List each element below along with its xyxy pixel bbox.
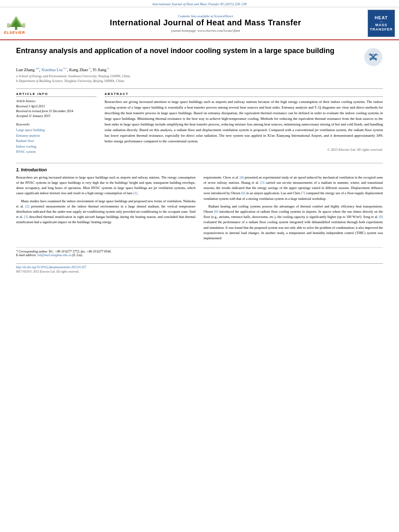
history-block: Article history: Received 3 April 2013 R…	[16, 99, 97, 119]
footnote-star: * Corresponding author. Tel.: +86 10 627…	[16, 250, 383, 253]
logo-mass: MASS	[375, 23, 387, 27]
divider-top	[16, 88, 383, 89]
affiliations: a School of Energy and Environment, Sout…	[16, 74, 383, 84]
ref-6a: [6]	[241, 191, 245, 195]
authors-line: Lun Zhang a,b, Xiaohua Liu b,*, Kang Zha…	[16, 67, 383, 72]
body-two-col: Researchers are giving increased attenti…	[16, 175, 383, 243]
received-date: Received 3 April 2013	[16, 104, 97, 109]
keywords-label: Keywords:	[16, 123, 97, 126]
ref-8: [8]	[379, 215, 383, 219]
author-lun-zhang-sup: a,b	[36, 67, 39, 70]
svg-rect-5	[22, 23, 25, 27]
ref-1: [1]	[133, 191, 137, 195]
elsevier-logo: ELSEVIER	[4, 12, 44, 35]
ref-3: [3]	[24, 215, 28, 219]
sciencedirect-text: Contents lists available at ScienceDirec…	[48, 14, 363, 18]
intro-heading: 1. Introduction	[16, 167, 383, 172]
journal-title: International Journal of Heat and Mass T…	[48, 18, 363, 27]
author-xiaohua-liu: Xiaohua Liu	[41, 68, 63, 72]
keyword-5: HVAC system	[16, 149, 97, 155]
email-label: E-mail address:	[16, 253, 37, 257]
body-divider	[16, 163, 383, 163]
copyright-line: © 2015 Elsevier Ltd. All rights reserved…	[105, 148, 383, 152]
intro-p1: Researchers are giving increased attenti…	[16, 175, 195, 196]
affiliation-a: a School of Energy and Environment, Sout…	[16, 74, 383, 79]
article-info-label: ARTICLE INFO	[16, 92, 97, 97]
main-content: Entransy analysis and application of a n…	[0, 40, 399, 278]
accepted-date: Accepted 11 January 2015	[16, 114, 97, 119]
body-col-left: Researchers are giving increased attenti…	[16, 175, 195, 243]
author-lun-zhang: Lun Zhang	[16, 68, 35, 72]
author-kang-sup: b	[89, 67, 91, 70]
keyword-3: Radiant floor	[16, 138, 97, 144]
keywords-block: Keywords: Large space building Entransy …	[16, 123, 97, 155]
intro-p4: Radiant heating and cooling systems poss…	[204, 204, 383, 241]
abstract-col: ABSTRACT Researchers are giving increase…	[105, 92, 383, 155]
ref-2: [2]	[25, 204, 29, 208]
journal-logo-box: HEAT — MASS TRANSFER	[368, 10, 395, 37]
footer: http://dx.doi.org/10.1016/j.ijheatmasstr…	[16, 263, 383, 273]
email-suffix: (X. Liu).	[72, 253, 83, 257]
keyword-4: Indoor cooling	[16, 144, 97, 150]
intro-p2: Many studies have examined the indoor en…	[16, 199, 195, 225]
footnote-email: E-mail address: lxh@mail.tsinghua.edu.cn…	[16, 253, 383, 257]
author-yi-sup: b	[107, 67, 109, 70]
elsevier-tree-icon	[4, 15, 28, 31]
abstract-label: ABSTRACT	[105, 92, 383, 97]
ref-6b: [6]	[214, 210, 218, 214]
keyword-1: Large space building	[16, 127, 97, 133]
elsevier-logo-area: ELSEVIER	[4, 12, 48, 35]
info-abstract-row: ARTICLE INFO Article history: Received 3…	[16, 92, 383, 155]
sciencedirect-label: Contents lists available at ScienceDirec…	[178, 14, 233, 18]
journal-header: ELSEVIER Contents lists available at Sci…	[0, 7, 399, 40]
author-kang-zhao: Kang Zhao	[69, 68, 88, 72]
keyword-2: Entransy analysis	[16, 133, 97, 139]
journal-center-info: Contents lists available at ScienceDirec…	[48, 14, 363, 33]
journal-citation: International Journal of Heat and Mass T…	[152, 2, 247, 6]
ref-4: [4]	[240, 175, 244, 179]
abstract-text: Researchers are giving increased attenti…	[105, 99, 383, 144]
email-address: lxh@mail.tsinghua.edu.cn	[37, 253, 71, 257]
received-revised-date: Received in revised form 31 December 201…	[16, 109, 97, 114]
footnote-block: * Corresponding author. Tel.: +86 10 627…	[16, 247, 383, 257]
intro-p3: requirements. Chow et al. [4] presented …	[204, 175, 383, 201]
right-logo-area: HEAT — MASS TRANSFER	[363, 10, 395, 37]
logo-transfer: TRANSFER	[370, 27, 393, 31]
history-label: Article history:	[16, 99, 97, 103]
top-bar: International Journal of Heat and Mass T…	[0, 0, 399, 7]
elsevier-wordmark: ELSEVIER	[4, 31, 25, 35]
article-info-col: ARTICLE INFO Article history: Received 3…	[16, 92, 97, 155]
author-yi-jiang: Yi Jiang	[93, 68, 107, 72]
author-xiaohua-sup: b,*	[64, 67, 67, 70]
body-section: 1. Introduction Researchers are giving i…	[16, 163, 383, 243]
footer-doi: http://dx.doi.org/10.1016/j.ijheatmasstr…	[16, 265, 383, 269]
affiliation-b: b Department of Building Science, Tsingh…	[16, 78, 383, 84]
title-row: Entransy analysis and application of a n…	[16, 46, 383, 67]
doi-link[interactable]: http://dx.doi.org/10.1016/j.ijheatmasstr…	[16, 265, 86, 269]
article-title: Entransy analysis and application of a n…	[16, 46, 334, 55]
ref-7: [7]	[301, 191, 305, 195]
ref-5: [5]	[260, 181, 264, 185]
crossmark-logo: Cross Mark	[364, 47, 383, 67]
journal-homepage: journal homepage: www.elsevier.com/locat…	[48, 29, 363, 33]
logo-heat: HEAT	[374, 15, 388, 20]
svg-rect-4	[7, 23, 10, 27]
body-col-right: requirements. Chow et al. [4] presented …	[204, 175, 383, 243]
footer-issn: 0017-9310/© 2015 Elsevier Ltd. All right…	[16, 270, 383, 273]
